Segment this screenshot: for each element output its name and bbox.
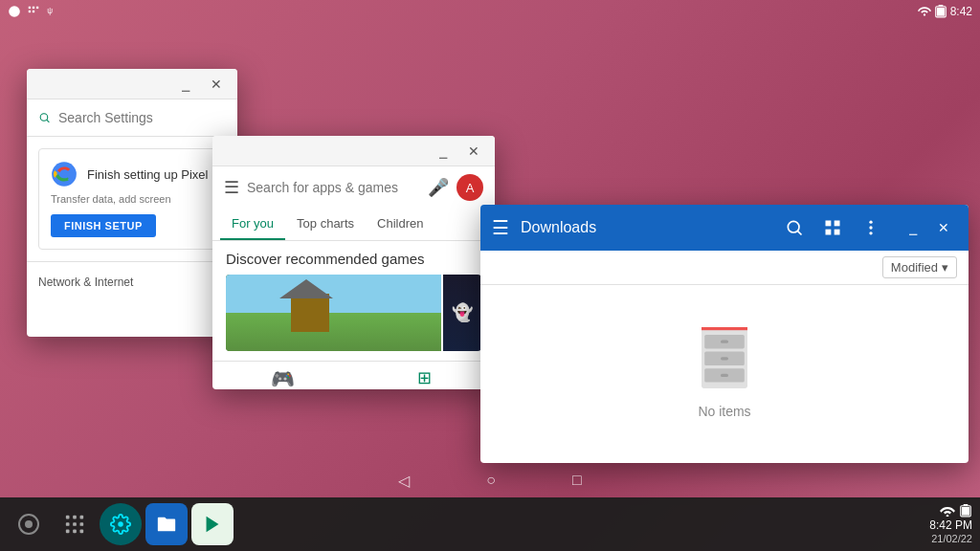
apps-grid-button[interactable] <box>54 503 96 545</box>
status-bar-left: ψ <box>8 5 59 18</box>
downloads-grid-icon[interactable] <box>823 218 842 237</box>
launcher-icon <box>17 513 40 536</box>
settings-search-input[interactable] <box>58 110 226 125</box>
settings-minimize-btn[interactable]: ⎯ <box>172 71 199 98</box>
svg-point-21 <box>869 226 872 229</box>
svg-rect-40 <box>73 530 77 534</box>
svg-rect-35 <box>80 516 84 519</box>
playstore-window-controls[interactable]: ⎯ ✕ <box>430 138 487 165</box>
taskbar-date: 21/02/22 <box>931 533 972 544</box>
svg-rect-19 <box>835 230 840 235</box>
svg-point-14 <box>788 221 799 232</box>
battery-icon <box>935 5 947 18</box>
svg-rect-3 <box>36 7 38 9</box>
finish-setup-button[interactable]: FINISH SETUP <box>51 214 156 237</box>
playstore-tabs: For you Top charts Children <box>212 209 495 241</box>
svg-rect-39 <box>66 530 70 534</box>
files-taskbar-icon <box>156 514 177 535</box>
taskbar-time: 8:42 PM <box>929 518 972 532</box>
status-time: 8:42 <box>950 5 972 18</box>
playstore-apps-nav[interactable]: ⊞ Apps <box>354 367 496 389</box>
playstore-games-nav[interactable]: 🎮 Games <box>212 367 354 389</box>
sort-label: Modified <box>891 260 938 275</box>
svg-rect-34 <box>73 516 77 519</box>
tab-for-you[interactable]: For you <box>220 209 285 240</box>
downloads-menu-icon[interactable]: ☰ <box>492 216 509 239</box>
settings-search-bar[interactable] <box>27 99 237 137</box>
empty-cabinet-icon <box>690 323 759 392</box>
settings-titlebar: ⎯ ✕ <box>27 69 237 99</box>
apps-nav-icon: ⊞ <box>417 367 432 388</box>
svg-rect-46 <box>962 507 969 516</box>
downloads-toolbar: Modified ▾ <box>480 251 969 285</box>
settings-card-title: Finish setting up Pixel <box>87 167 208 182</box>
svg-rect-36 <box>66 522 70 526</box>
downloads-search-icon[interactable] <box>785 218 804 237</box>
back-button[interactable]: ◁ <box>398 472 410 490</box>
taskbar-status-icons <box>940 504 972 518</box>
downloads-close-btn[interactable]: ✕ <box>930 214 957 241</box>
launcher-button[interactable] <box>8 503 50 545</box>
status-bar-right: 8:42 <box>918 5 972 18</box>
playstore-avatar[interactable]: A <box>457 174 483 201</box>
downloads-more-icon[interactable] <box>861 218 880 237</box>
settings-card-subtitle: Transfer data, add screen <box>51 193 213 205</box>
android-icon <box>8 5 21 18</box>
downloads-sort-btn[interactable]: Modified ▾ <box>882 256 957 278</box>
playstore-mic-icon[interactable]: 🎤 <box>428 177 449 198</box>
settings-network-item[interactable]: Network & Internet <box>27 270 237 295</box>
settings-taskbar-icon <box>110 514 131 535</box>
taskbar-clock: 8:42 PM 21/02/22 <box>929 504 972 544</box>
svg-rect-30 <box>721 374 728 377</box>
downloads-title: Downloads <box>521 219 766 236</box>
settings-window-controls[interactable]: ⎯ ✕ <box>172 71 230 98</box>
svg-point-20 <box>869 221 872 224</box>
svg-rect-45 <box>964 504 969 506</box>
svg-point-11 <box>40 114 48 121</box>
svg-rect-29 <box>721 357 728 360</box>
svg-point-32 <box>25 520 33 528</box>
svg-point-7 <box>923 13 924 15</box>
tab-top-charts[interactable]: Top charts <box>285 209 366 240</box>
settings-window: ⎯ ✕ Finish setting up Pixel Transfer dat… <box>27 69 237 337</box>
google-logo <box>51 161 78 187</box>
svg-rect-9 <box>938 5 943 7</box>
settings-card-header: Finish setting up Pixel <box>51 161 213 187</box>
playstore-search-bar: ☰ 🎤 A <box>212 166 495 209</box>
wifi-icon <box>918 5 931 18</box>
settings-search-icon <box>38 109 51 126</box>
svg-rect-2 <box>33 7 34 9</box>
svg-rect-17 <box>835 221 840 227</box>
game-image-2: 👻 <box>443 275 481 351</box>
svg-marker-42 <box>207 517 219 533</box>
playstore-taskbar-button[interactable] <box>191 503 234 545</box>
downloads-empty-text: No items <box>698 404 750 419</box>
playstore-window: ⎯ ✕ ☰ 🎤 A For you Top charts Children Di… <box>212 136 495 389</box>
svg-rect-38 <box>80 522 84 526</box>
files-taskbar-button[interactable] <box>145 503 188 545</box>
downloads-minimize-btn[interactable]: ⎯ <box>900 214 926 241</box>
playstore-section-title: Discover recommended games <box>226 251 481 267</box>
svg-rect-24 <box>702 327 747 330</box>
settings-finish-card: Finish setting up Pixel Transfer data, a… <box>38 148 226 250</box>
psi-icon: ψ <box>46 5 59 18</box>
settings-close-btn[interactable]: ✕ <box>203 71 230 98</box>
svg-rect-37 <box>73 522 77 526</box>
playstore-minimize-btn[interactable]: ⎯ <box>430 138 457 165</box>
playstore-search-input[interactable] <box>247 180 420 195</box>
nav-bar: ◁ ○ □ <box>0 463 980 497</box>
home-button[interactable]: ○ <box>486 472 496 489</box>
playstore-menu-icon[interactable]: ☰ <box>224 177 239 198</box>
settings-taskbar-button[interactable] <box>100 503 142 545</box>
svg-line-15 <box>797 231 801 234</box>
svg-point-0 <box>9 6 20 17</box>
grid-status-icon <box>27 5 40 18</box>
playstore-game-banner: 👻 <box>226 275 481 351</box>
recents-button[interactable]: □ <box>572 472 582 489</box>
svg-point-43 <box>947 515 949 517</box>
svg-rect-5 <box>33 11 34 12</box>
tab-children[interactable]: Children <box>366 209 434 240</box>
downloads-window: ☰ Downloads ⎯ ✕ Modified ▾ <box>480 205 969 463</box>
playstore-close-btn[interactable]: ✕ <box>460 138 487 165</box>
sort-chevron-icon: ▾ <box>942 260 948 275</box>
